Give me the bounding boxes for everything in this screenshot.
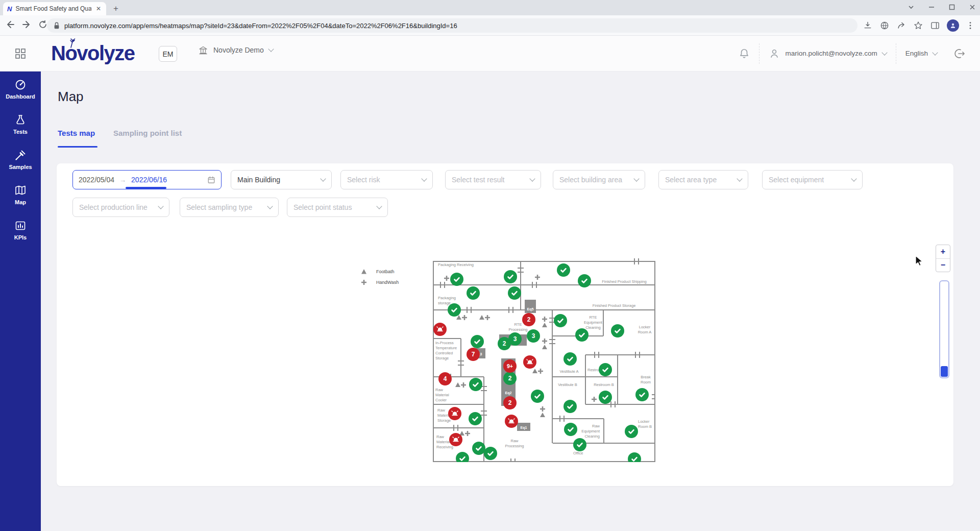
minimize-icon[interactable] (928, 4, 935, 11)
room-label: Locker (639, 325, 651, 329)
sidebar-item-map[interactable]: Map (0, 177, 41, 212)
divider (896, 43, 896, 64)
chevron-down-icon (320, 176, 326, 181)
date-from-input[interactable]: 2022/05/04 (79, 176, 114, 184)
test-point-pass-marker[interactable] (467, 286, 480, 300)
test-point-pass-marker[interactable] (531, 390, 544, 403)
test-point-pass-marker[interactable] (611, 324, 624, 337)
alarm-icon-base (509, 423, 514, 424)
test-point-pass-marker[interactable] (564, 352, 577, 366)
equipment-select[interactable]: Select equipment (762, 170, 863, 189)
sidebar-item-tests[interactable]: Tests (0, 107, 41, 142)
chevron-down-icon[interactable] (908, 4, 915, 11)
url-bar[interactable]: platform.novolyze.com/app/ems/heatmaps/m… (47, 18, 857, 33)
browser-tab[interactable]: N Smart Food Safety and Quality ✕ (3, 2, 106, 15)
date-to-input[interactable]: 2022/06/16 (131, 176, 167, 184)
test-point-pass-marker[interactable] (635, 388, 649, 401)
screen: N Smart Food Safety and Quality ✕ + plat… (0, 0, 980, 531)
room-label: Material (436, 440, 450, 444)
test-point-pass-marker[interactable] (554, 314, 567, 327)
room-label: Raw (592, 424, 600, 428)
notification-bell-icon[interactable] (739, 48, 750, 59)
divider (759, 43, 760, 64)
test-point-pass-marker[interactable] (472, 442, 485, 455)
test-point-pass-marker[interactable] (469, 412, 482, 425)
sampling-type-select[interactable]: Select sampling type (180, 198, 279, 217)
risk-select[interactable]: Select risk (340, 170, 433, 189)
test-point-pass-marker[interactable] (450, 273, 463, 286)
user-email: marion.policht@novolyze.com (785, 50, 877, 57)
page-title: Map (58, 89, 84, 105)
zoom-in-button[interactable]: + (936, 245, 950, 259)
sidebar-item-samples[interactable]: Samples (0, 142, 41, 177)
chevron-down-icon (529, 176, 535, 181)
language-selector[interactable]: English (905, 50, 937, 57)
test-point-pass-marker[interactable] (564, 423, 577, 436)
test-point-pass-marker[interactable] (625, 425, 638, 438)
zoom-out-button[interactable]: − (936, 259, 950, 272)
marker-count: 2 (508, 375, 512, 382)
apps-grid-icon[interactable] (15, 49, 26, 59)
test-point-pass-marker[interactable] (575, 328, 589, 342)
active-date-underline (126, 187, 166, 189)
content-card: 2022/05/04 → 2022/06/16 Main Building Se… (57, 163, 953, 486)
bookmark-star-icon[interactable] (913, 20, 923, 31)
browser-avatar[interactable] (947, 19, 959, 32)
test-point-pass-marker[interactable] (599, 391, 612, 404)
test-point-pass-marker[interactable] (508, 286, 521, 300)
test-point-pass-marker[interactable] (469, 378, 482, 391)
bank-icon (198, 45, 208, 55)
legend-handwash: HandWash (361, 279, 399, 285)
logout-icon[interactable] (953, 47, 966, 60)
zoom-slider-handle[interactable] (941, 366, 948, 377)
building-select[interactable]: Main Building (231, 170, 332, 189)
mouse-cursor (915, 255, 926, 268)
sidebar-item-kpis[interactable]: KPIs (0, 212, 41, 248)
new-tab-button[interactable]: + (110, 3, 121, 14)
user-menu[interactable]: marion.policht@novolyze.com (769, 48, 886, 59)
production-line-select[interactable]: Select production line (72, 198, 169, 217)
chevron-down-icon (881, 50, 887, 55)
zoom-slider[interactable] (939, 280, 949, 378)
alarm-icon-base (452, 415, 458, 416)
forward-icon[interactable] (21, 19, 32, 30)
tab-close-icon[interactable]: ✕ (95, 5, 102, 13)
side-panel-icon[interactable] (930, 20, 940, 31)
test-point-pass-marker[interactable] (599, 363, 612, 376)
tab-sampling-point-list[interactable]: Sampling point list (113, 129, 182, 137)
reload-icon[interactable] (38, 19, 48, 30)
menu-kebab-icon[interactable] (966, 21, 975, 30)
point-status-select[interactable]: Select point status (287, 198, 388, 217)
person-icon (769, 48, 780, 59)
test-point-pass-marker[interactable] (564, 400, 577, 413)
test-point-pass-marker[interactable] (578, 274, 591, 287)
floor-plan[interactable]: Packaging ReceivingFinished Product Ship… (431, 258, 656, 462)
module-badge[interactable]: EM (159, 46, 177, 62)
tab-tests-map[interactable]: Tests map (58, 129, 95, 137)
novolyze-logo[interactable]: Novolyze (51, 42, 135, 65)
close-window-icon[interactable] (969, 4, 976, 11)
date-range-picker[interactable]: 2022/05/04 → 2022/06/16 (72, 170, 222, 189)
test-point-pass-marker[interactable] (573, 438, 586, 451)
test-point-pass-marker[interactable] (557, 263, 570, 277)
org-selector[interactable]: Novolyze Demo (198, 45, 273, 55)
back-icon[interactable] (5, 19, 15, 30)
lock-icon[interactable] (53, 21, 60, 30)
org-name: Novolyze Demo (213, 46, 264, 54)
test-result-select[interactable]: Select test result (445, 170, 541, 189)
alarm-icon-base (527, 364, 533, 365)
test-point-pass-marker[interactable] (484, 447, 497, 460)
marker-count: 4 (444, 375, 447, 382)
building-area-select[interactable]: Select building area (553, 170, 645, 189)
translate-icon[interactable] (879, 20, 890, 31)
download-icon[interactable] (863, 20, 873, 31)
area-type-select[interactable]: Select area type (658, 170, 748, 189)
share-icon[interactable] (896, 20, 906, 31)
test-point-pass-marker[interactable] (471, 335, 484, 348)
maximize-icon[interactable] (948, 4, 955, 11)
sidebar-item-dashboard[interactable]: Dashboard (0, 71, 41, 107)
room-label: Raw (510, 439, 519, 443)
person-icon (949, 22, 957, 29)
test-point-pass-marker[interactable] (504, 270, 517, 283)
test-point-pass-marker[interactable] (448, 303, 461, 317)
